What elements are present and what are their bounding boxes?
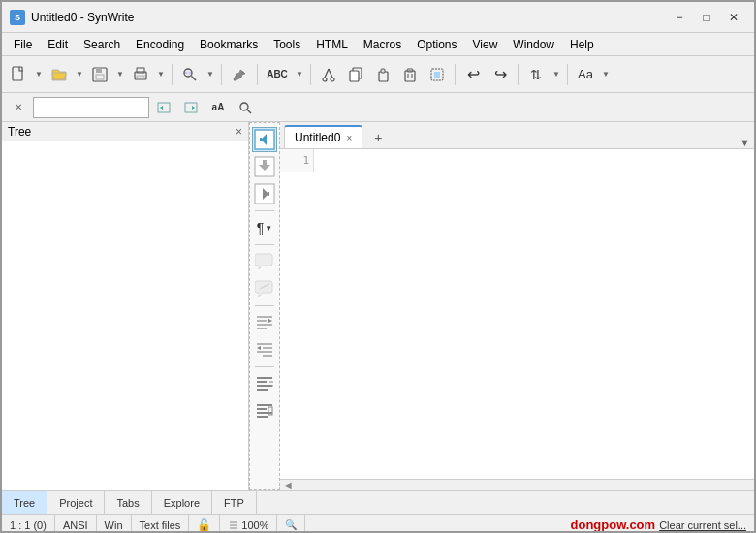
menu-encoding[interactable]: Encoding bbox=[128, 33, 192, 55]
menu-edit[interactable]: Edit bbox=[40, 33, 76, 55]
status-encoding: ANSI bbox=[55, 515, 97, 533]
print-dropdown[interactable]: ▼ bbox=[155, 62, 167, 87]
toolbar-sep-2 bbox=[221, 64, 222, 85]
strip-sep-2 bbox=[255, 244, 274, 245]
tab-bar-right: ▼ bbox=[740, 137, 750, 148]
svg-rect-25 bbox=[434, 72, 440, 78]
paste-button[interactable] bbox=[370, 62, 395, 87]
undo-button[interactable]: ↩ bbox=[460, 62, 486, 87]
bottom-tab-project[interactable]: Project bbox=[47, 491, 105, 514]
copy-button[interactable] bbox=[343, 62, 368, 87]
open-button[interactable] bbox=[47, 62, 72, 87]
bottom-tab-ftp[interactable]: FTP bbox=[212, 491, 257, 514]
tab-untitled0[interactable]: Untitled0 × bbox=[284, 125, 362, 148]
search-input[interactable] bbox=[33, 97, 149, 118]
nav-forward-button[interactable] bbox=[252, 181, 277, 206]
svg-rect-2 bbox=[96, 68, 102, 73]
menu-help[interactable]: Help bbox=[562, 33, 602, 55]
select-all-button[interactable] bbox=[425, 62, 450, 87]
bottom-tab-tree[interactable]: Tree bbox=[2, 491, 47, 514]
find-prev-button[interactable] bbox=[151, 95, 176, 120]
close-button[interactable]: ✕ bbox=[721, 6, 746, 29]
menu-tools[interactable]: Tools bbox=[266, 33, 308, 55]
search-mode-button[interactable] bbox=[233, 95, 258, 120]
menu-window[interactable]: Window bbox=[505, 33, 562, 55]
zoom-percent: 100% bbox=[241, 519, 268, 531]
svg-rect-3 bbox=[96, 75, 104, 79]
close-panel-button[interactable]: ✕ bbox=[6, 95, 31, 120]
editor-content[interactable]: 1 bbox=[280, 149, 754, 479]
save-dropdown[interactable]: ▼ bbox=[114, 62, 126, 87]
horizontal-scrollbar[interactable]: ◀ bbox=[280, 479, 754, 490]
menu-options[interactable]: Options bbox=[409, 33, 464, 55]
spell-button[interactable]: ABC bbox=[263, 62, 292, 87]
svg-rect-58 bbox=[257, 404, 272, 406]
find-next-button[interactable] bbox=[178, 95, 204, 120]
new-button[interactable] bbox=[6, 62, 31, 87]
tab-label: Untitled0 bbox=[295, 131, 340, 144]
svg-point-12 bbox=[323, 78, 327, 81]
add-tab-button[interactable]: + bbox=[366, 127, 390, 148]
font-size-button[interactable]: Aa bbox=[573, 62, 598, 87]
svg-point-13 bbox=[331, 78, 334, 81]
print-button[interactable] bbox=[128, 62, 153, 87]
menu-search[interactable]: Search bbox=[76, 33, 128, 55]
strip-sep-3 bbox=[255, 305, 274, 306]
svg-rect-52 bbox=[257, 377, 272, 379]
menu-macros[interactable]: Macros bbox=[356, 33, 409, 55]
svg-rect-37 bbox=[263, 160, 267, 165]
strip-sep-1 bbox=[255, 210, 274, 211]
maximize-button[interactable]: □ bbox=[694, 6, 719, 29]
bottom-tab-explore[interactable]: Explore bbox=[152, 491, 212, 514]
tab-close-untitled0[interactable]: × bbox=[346, 133, 352, 143]
toolbar-sep-6 bbox=[518, 64, 519, 85]
sort-dropdown[interactable]: ▼ bbox=[551, 62, 562, 87]
status-eol: Win bbox=[97, 515, 132, 533]
minimize-button[interactable]: − bbox=[667, 6, 692, 29]
strip-sep-4 bbox=[255, 366, 274, 367]
cut-button[interactable] bbox=[316, 62, 341, 87]
match-case-button[interactable]: aA bbox=[205, 95, 231, 120]
sort-button[interactable]: ⇅ bbox=[523, 62, 549, 87]
nav-back-button[interactable] bbox=[252, 127, 277, 152]
tab-scroll-btn[interactable]: ▼ bbox=[740, 137, 750, 148]
svg-marker-51 bbox=[257, 346, 261, 350]
indent1-button[interactable] bbox=[252, 310, 277, 335]
menu-view[interactable]: View bbox=[465, 33, 506, 55]
comment2-button[interactable] bbox=[252, 276, 277, 301]
redo-button[interactable]: ↪ bbox=[488, 62, 513, 87]
font-dropdown[interactable]: ▼ bbox=[600, 62, 612, 87]
pilcrow-button[interactable]: ¶▼ bbox=[251, 215, 278, 240]
tree-panel-close[interactable]: × bbox=[236, 125, 242, 139]
align2-button[interactable] bbox=[252, 398, 277, 423]
svg-rect-0 bbox=[13, 67, 22, 80]
spell-dropdown[interactable]: ▼ bbox=[294, 62, 305, 87]
open-dropdown[interactable]: ▼ bbox=[74, 62, 85, 87]
menu-html[interactable]: HTML bbox=[308, 33, 356, 55]
line-numbers: 1 bbox=[280, 149, 314, 172]
bottom-tab-tabs[interactable]: Tabs bbox=[105, 491, 151, 514]
find-button[interactable] bbox=[177, 62, 203, 87]
svg-rect-17 bbox=[350, 71, 359, 81]
status-clear[interactable]: Clear current sel... bbox=[659, 519, 746, 531]
delete-button[interactable] bbox=[397, 62, 423, 87]
status-position: 1 : 1 (0) bbox=[10, 515, 55, 533]
secondary-toolbar: ✕ aA bbox=[2, 93, 754, 122]
menu-bar: File Edit Search Encoding Bookmarks Tool… bbox=[2, 33, 754, 56]
indent2-button[interactable] bbox=[252, 337, 277, 362]
align1-button[interactable] bbox=[252, 371, 277, 396]
find-dropdown[interactable]: ▼ bbox=[205, 62, 216, 87]
menu-bookmarks[interactable]: Bookmarks bbox=[192, 33, 266, 55]
svg-rect-6 bbox=[137, 76, 144, 78]
menu-file[interactable]: File bbox=[6, 33, 40, 55]
save-button[interactable] bbox=[87, 62, 112, 87]
nav-down-button[interactable] bbox=[252, 154, 277, 179]
left-toolstrip: ¶▼ bbox=[249, 122, 280, 490]
toolbar-sep-5 bbox=[455, 64, 456, 85]
tab-bar: Untitled0 × + ▼ bbox=[280, 122, 754, 149]
tools-button[interactable] bbox=[227, 62, 252, 87]
comment1-button[interactable] bbox=[252, 249, 277, 274]
scroll-left-btn[interactable]: ◀ bbox=[284, 480, 292, 490]
svg-point-11 bbox=[189, 72, 191, 74]
new-dropdown[interactable]: ▼ bbox=[33, 62, 45, 87]
